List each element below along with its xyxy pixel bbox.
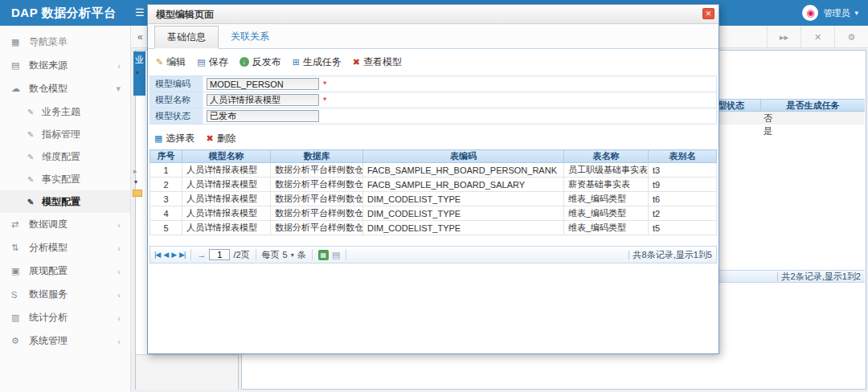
select-caret-icon[interactable]: ▾ <box>291 251 294 259</box>
next-page-icon[interactable]: ▶ <box>171 251 176 259</box>
close-icon[interactable]: ✕ <box>702 8 714 19</box>
goto-page-icon[interactable]: → <box>197 250 206 259</box>
sidebar-item-nav-menu[interactable]: ▦ 导航菜单 <box>0 31 130 54</box>
sidebar-item-statistics[interactable]: ▥ 统计分析 ‹ <box>0 306 130 329</box>
cell-table-name: 维表_编码类型 <box>564 192 649 206</box>
pen-icon: ✎ <box>27 175 42 184</box>
model-tables-grid: 序号 模型名称 数据库 表编码 表名称 表别名 1 人员详情报表模型 数据分析平… <box>149 149 717 235</box>
model-status-field[interactable] <box>207 110 319 122</box>
delete-button[interactable]: ✖ 删除 <box>206 132 235 145</box>
settings-gear-icon[interactable]: ⚙ <box>834 26 868 48</box>
cell-seq: 5 <box>150 221 182 235</box>
first-page-icon[interactable]: |◀ <box>154 251 160 259</box>
cell-table-alias: t6 <box>649 192 717 206</box>
chevron-left-icon: ‹ <box>117 313 121 323</box>
separator <box>256 249 256 260</box>
collapse-sidebar-icon[interactable]: « <box>137 26 143 48</box>
sidebar-item-warehouse-model[interactable]: ☁ 数仓模型 ▾ <box>0 77 130 100</box>
sort-icon: ⇅ <box>11 243 29 253</box>
select-table-button[interactable]: ▦ 选择表 <box>154 132 194 145</box>
skip-forward-icon[interactable]: ▸▸ <box>767 26 800 48</box>
table-row[interactable]: 2 人员详情报表模型 数据分析平台样例数仓 FACB_SAMPLE_HR_BOA… <box>150 178 717 192</box>
chevron-left-icon: ‹ <box>117 61 121 71</box>
cell-database: 数据分析平台样例数仓 <box>271 192 363 206</box>
cell-database: 数据分析平台样例数仓 <box>271 163 363 178</box>
form-row-model-status: 模型状态 <box>149 108 717 125</box>
plus-square-icon: ⊞ <box>293 57 300 67</box>
sidebar-item-data-source[interactable]: ▤ 数据来源 ‹ <box>0 54 130 77</box>
cell-seq: 2 <box>150 178 182 192</box>
export-excel-icon[interactable]: ▦ <box>318 250 329 260</box>
user-menu[interactable]: ◉ 管理员 ▾ <box>802 0 858 26</box>
prev-page-icon[interactable]: ◀ <box>163 251 168 259</box>
hamburger-icon[interactable]: ☰ <box>135 0 145 26</box>
sidebar-item-metric-management[interactable]: ✎ 指标管理 <box>0 123 130 145</box>
records-summary: 共8条记录,显示1到5 <box>628 249 712 261</box>
export-doc-icon[interactable]: ▤ <box>332 250 340 260</box>
cell-database: 数据分析平台样例数仓 <box>271 206 363 221</box>
dialog-title: 模型编辑页面 <box>148 5 719 24</box>
per-page-select[interactable]: 5 <box>283 250 288 259</box>
sidebar-item-system-management[interactable]: ⚙ 系统管理 ‹ <box>0 329 130 353</box>
model-name-field[interactable] <box>207 94 319 106</box>
toolbar-right-icons: ▸▸ ✕ ⚙ <box>767 26 868 48</box>
generate-task-button[interactable]: ⊞ 生成任务 <box>293 55 342 69</box>
sidebar-item-dimension-config[interactable]: ✎ 维度配置 <box>0 145 130 168</box>
save-button[interactable]: ▤ 保存 <box>197 55 227 69</box>
floppy-icon: ▤ <box>197 57 205 67</box>
pen-icon: ✎ <box>27 108 42 116</box>
cell-table-name: 薪资基础事实表 <box>564 178 649 192</box>
sidebar-item-label: 数据调度 <box>29 218 68 231</box>
app-root: DAP 数据分析平台 ☰ ◉ 管理员 ▾ ▦ 导航菜单 ▤ 数据来源 ‹ ☁ 数… <box>0 0 868 392</box>
cell-table-code: DIM_CODELIST_TYPE <box>363 192 564 206</box>
form-row-model-code: 模型编码 * <box>149 76 717 92</box>
dialog-titlebar[interactable]: 模型编辑页面 ✕ <box>148 5 719 24</box>
separator <box>190 249 191 260</box>
last-page-icon[interactable]: ▶| <box>179 251 185 259</box>
save-label: 保存 <box>209 55 228 69</box>
model-code-field[interactable] <box>207 78 319 90</box>
tree-collapsed-icon[interactable]: ▸ <box>133 167 137 175</box>
unpublish-button[interactable]: ↓ 反发布 <box>240 55 281 69</box>
sidebar-item-business-topic[interactable]: ✎ 业务主题 <box>0 100 130 123</box>
sidebar-item-analysis-model[interactable]: ⇅ 分析模型 ‹ <box>0 236 130 259</box>
separator <box>346 249 346 260</box>
tree-expander-icon[interactable]: ▾ <box>134 178 137 186</box>
chevron-left-icon: ‹ <box>117 220 121 230</box>
sidebar-item-display-config[interactable]: ▣ 展现配置 ‹ <box>0 259 130 283</box>
generate-task-label: 生成任务 <box>303 55 342 69</box>
fullscreen-icon[interactable]: ✕ <box>800 26 834 48</box>
table-row[interactable]: 5 人员详情报表模型 数据分析平台样例数仓 DIM_CODELIST_TYPE … <box>150 221 717 235</box>
model-status-label: 模型状态 <box>150 108 203 124</box>
separator <box>628 251 629 259</box>
tab-basic-info[interactable]: 基础信息 <box>154 26 219 49</box>
down-arrow-circle-icon: ↓ <box>240 57 249 67</box>
shuffle-icon: ⇄ <box>11 219 29 230</box>
table-row[interactable]: 3 人员详情报表模型 数据分析平台样例数仓 DIM_CODELIST_TYPE … <box>150 192 717 206</box>
table-row[interactable]: 4 人员详情报表模型 数据分析平台样例数仓 DIM_CODELIST_TYPE … <box>150 206 717 221</box>
tab-relations[interactable]: 关联关系 <box>219 25 281 48</box>
page-number-input[interactable] <box>209 249 230 260</box>
required-star: * <box>323 80 326 89</box>
view-model-button[interactable]: ✖ 查看模型 <box>353 55 402 69</box>
cell-model-name: 人员详情报表模型 <box>182 178 271 192</box>
chevron-left-icon: ‹ <box>117 290 121 300</box>
sidebar-item-label: 数据服务 <box>29 288 68 301</box>
cell-table-name: 员工职级基础事实表 <box>564 163 649 178</box>
model-list-records: 共2条记录,显示1到2 <box>782 271 861 283</box>
chevron-left-icon: ‹ <box>117 243 121 253</box>
edit-button[interactable]: ✎ 编辑 <box>156 55 186 69</box>
sidebar-item-fact-config[interactable]: ✎ 事实配置 <box>0 168 130 190</box>
select-table-label: 选择表 <box>166 132 194 145</box>
required-star: * <box>323 96 326 105</box>
sidebar-item-data-schedule[interactable]: ⇄ 数据调度 ‹ <box>0 213 130 236</box>
sidebar-item-label: 系统管理 <box>29 334 68 348</box>
delete-label: 删除 <box>217 132 236 145</box>
col-table-code: 表编码 <box>363 150 564 163</box>
sidebar-item-data-service[interactable]: S 数据服务 ‹ <box>0 283 130 306</box>
tree-expander-icon[interactable]: ▾ <box>136 69 139 76</box>
table-row[interactable]: 1 人员详情报表模型 数据分析平台样例数仓 FACB_SAMPLE_HR_BOA… <box>150 163 717 178</box>
edit-label: 编辑 <box>166 55 186 69</box>
cell-model-name: 人员详情报表模型 <box>182 163 271 178</box>
sidebar-item-model-config[interactable]: ✎ 模型配置 <box>0 190 130 213</box>
